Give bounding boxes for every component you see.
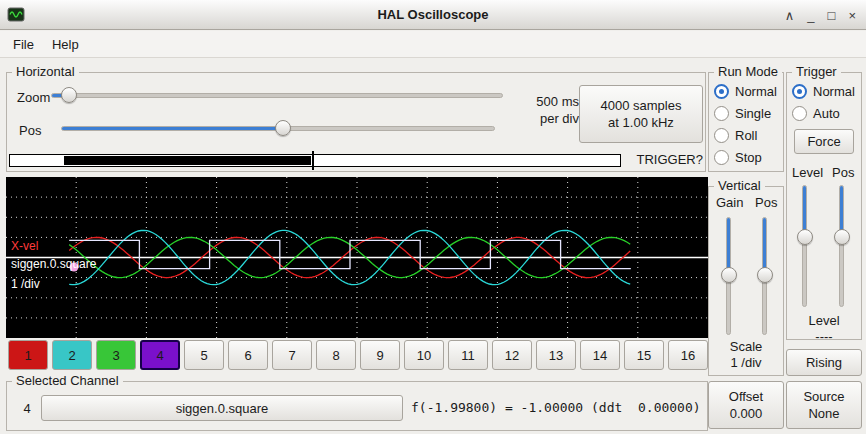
samples-count: 4000 samples [601, 97, 682, 114]
menu-help[interactable]: Help [43, 33, 88, 56]
channel-button-8[interactable]: 8 [316, 340, 356, 370]
trigger-source-button[interactable]: Source None [786, 381, 862, 429]
force-button-label: Force [807, 133, 840, 150]
channel-button-6[interactable]: 6 [228, 340, 268, 370]
vertical-gain-label: Gain [716, 195, 743, 210]
zoom-slider-trough [51, 93, 503, 98]
radio-label: Single [735, 106, 771, 121]
window-title: HAL Oscilloscope [0, 7, 866, 22]
channel-button-7[interactable]: 7 [272, 340, 312, 370]
trigger-mode-auto[interactable]: Auto [792, 102, 855, 124]
channel-source-name: siggen.0.square [176, 400, 269, 417]
channel-button-11[interactable]: 11 [448, 340, 488, 370]
vertical-offset-value: 0.000 [730, 405, 763, 422]
radio-icon [714, 84, 729, 99]
trigger-level-handle[interactable] [797, 229, 813, 245]
pos-label: Pos [19, 123, 41, 138]
radio-icon [792, 84, 807, 99]
time-per-div-unit: per div [503, 110, 579, 127]
channel-button-13[interactable]: 13 [536, 340, 576, 370]
trigger-pos-handle[interactable] [834, 229, 850, 245]
radio-icon [714, 106, 729, 121]
minimize-window-icon[interactable]: _ [807, 8, 814, 23]
trigger-edge-label: Rising [806, 354, 842, 371]
horizontal-panel: Horizontal Zoom 500 ms per div 4000 samp… [6, 72, 706, 172]
radio-icon [714, 128, 729, 143]
radio-icon [792, 106, 807, 121]
time-per-div-value: 500 ms [503, 93, 579, 110]
vertical-scale-caption: Scale [709, 339, 783, 354]
channel-button-4[interactable]: 4 [140, 340, 180, 370]
samples-button[interactable]: 4000 samples at 1.00 kHz [579, 85, 703, 143]
trigger-level-label: Level [792, 165, 823, 180]
radio-label: Roll [735, 128, 757, 143]
trigger-pos-trough [839, 185, 844, 307]
selected-channel-panel: Selected Channel 4 siggen.0.square f(-1.… [6, 381, 708, 431]
vertical-gain-slider[interactable] [720, 217, 738, 335]
channel-button-9[interactable]: 9 [360, 340, 400, 370]
zoom-slider[interactable] [51, 86, 503, 104]
trigger-pos-slider[interactable] [833, 185, 851, 307]
trigger-source-caption: Source [803, 388, 844, 405]
channel-button-1[interactable]: 1 [8, 340, 48, 370]
selected-channel-title: Selected Channel [12, 373, 123, 388]
record-captured-bar [64, 156, 311, 165]
scope-channel-4-label: siggen.0.square [11, 257, 96, 271]
radio-label: Auto [813, 106, 840, 121]
trigger-mode-normal[interactable]: Normal [792, 80, 855, 102]
trigger-level-slider[interactable] [796, 185, 814, 307]
trigger-pos-label: Pos [832, 165, 854, 180]
shade-window-icon[interactable]: ∧ [785, 8, 795, 23]
channel-button-5[interactable]: 5 [184, 340, 224, 370]
menu-file[interactable]: File [4, 33, 43, 56]
vertical-pos-slider[interactable] [756, 217, 774, 335]
channel-button-10[interactable]: 10 [404, 340, 444, 370]
radio-label: Normal [813, 84, 855, 99]
record-position-marker [312, 151, 314, 170]
run-mode-stop[interactable]: Stop [714, 146, 777, 168]
samples-rate: at 1.00 kHz [608, 114, 674, 131]
trigger-source-value: None [808, 405, 839, 422]
time-per-div-label: 500 ms per div [503, 93, 579, 127]
run-mode-title: Run Mode [714, 64, 782, 79]
force-button[interactable]: Force [794, 129, 854, 154]
run-mode-panel: Run Mode NormalSingleRollStop [708, 72, 784, 172]
trigger-level-trough [802, 185, 807, 307]
vertical-panel: Vertical Gain Pos Scale 1 /div [708, 186, 784, 376]
menubar: File Help [0, 31, 866, 58]
titlebar: HAL Oscilloscope ∧ _ □ × [0, 0, 866, 30]
channel-button-2[interactable]: 2 [52, 340, 92, 370]
channel-button-3[interactable]: 3 [96, 340, 136, 370]
scope-display: X-vel siggen.0.square 1 /div [6, 177, 708, 338]
zoom-slider-handle[interactable] [61, 87, 77, 103]
trigger-level-caption: Level [787, 313, 861, 328]
position-slider-handle[interactable] [275, 120, 291, 136]
vertical-pos-label: Pos [755, 195, 777, 210]
vertical-offset-caption: Offset [729, 388, 763, 405]
radio-icon [714, 150, 729, 165]
window-controls: ∧ _ □ × [785, 0, 856, 30]
channel-source-button[interactable]: siggen.0.square [41, 395, 403, 421]
run-mode-single[interactable]: Single [714, 102, 777, 124]
vertical-title: Vertical [714, 178, 765, 193]
position-slider[interactable] [61, 119, 495, 137]
trigger-edge-button[interactable]: Rising [786, 349, 862, 376]
scope-waveform-svg [6, 177, 708, 338]
channel-readout: f(-1.99800) = -1.00000 (ddt 0.00000) [411, 400, 701, 415]
channel-button-14[interactable]: 14 [580, 340, 620, 370]
vertical-offset-button[interactable]: Offset 0.000 [708, 381, 784, 429]
radio-label: Stop [735, 150, 762, 165]
trigger-level-value: ---- [787, 329, 861, 344]
channel-button-16[interactable]: 16 [668, 340, 708, 370]
channel-button-12[interactable]: 12 [492, 340, 532, 370]
run-mode-normal[interactable]: Normal [714, 80, 777, 102]
close-window-icon[interactable]: × [848, 8, 856, 23]
zoom-label: Zoom [17, 90, 50, 105]
maximize-window-icon[interactable]: □ [828, 8, 836, 23]
channel-buttons: 12345678910111213141516 [8, 340, 708, 370]
channel-button-15[interactable]: 15 [624, 340, 664, 370]
vertical-gain-handle[interactable] [721, 267, 737, 283]
run-mode-roll[interactable]: Roll [714, 124, 777, 146]
trigger-mode-options: NormalAuto [792, 80, 855, 124]
vertical-pos-handle[interactable] [757, 267, 773, 283]
